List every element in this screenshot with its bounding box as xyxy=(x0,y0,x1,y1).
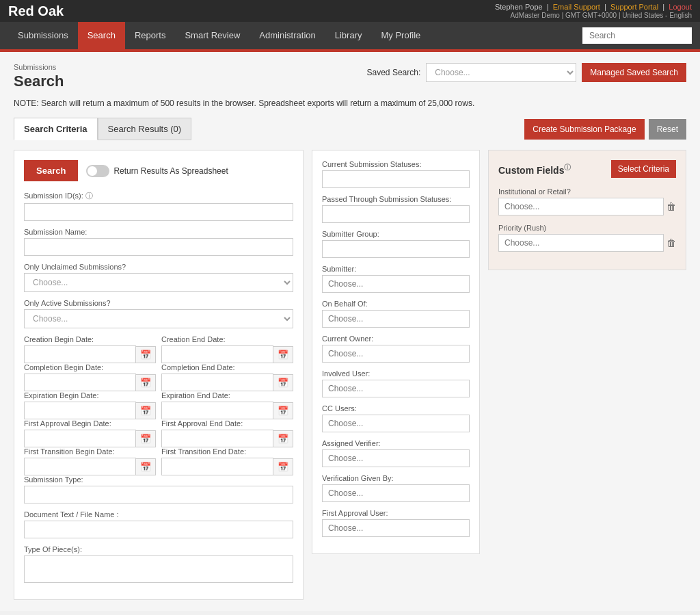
only-active-label: Only Active Submissions? xyxy=(24,299,293,307)
priority-rush-input[interactable] xyxy=(498,234,664,252)
custom-fields-panel: Custom Fieldsⓘ Select Criteria Instituti… xyxy=(488,150,686,270)
email-support-link[interactable]: Email Support xyxy=(553,3,600,11)
first-transition-end-wrap: 📅 xyxy=(161,458,293,475)
first-approval-end-wrap: 📅 xyxy=(161,430,293,447)
passed-through-input[interactable] xyxy=(322,205,470,223)
title-section: Submissions Search xyxy=(14,63,64,90)
creation-begin-calendar-icon[interactable]: 📅 xyxy=(136,346,156,363)
completion-end-group: Completion End Date: 📅 xyxy=(161,363,293,391)
completion-begin-calendar-icon[interactable]: 📅 xyxy=(136,374,156,391)
expiration-end-input[interactable] xyxy=(161,402,273,419)
completion-end-calendar-icon[interactable]: 📅 xyxy=(273,374,293,391)
saved-search-select[interactable]: Choose... xyxy=(426,63,576,82)
cc-users-input[interactable] xyxy=(322,415,470,432)
select-criteria-button[interactable]: Select Criteria xyxy=(611,160,676,178)
submitter-group-input[interactable] xyxy=(322,240,470,258)
col-right: Custom Fieldsⓘ Select Criteria Instituti… xyxy=(488,150,686,600)
institutional-retail-delete-icon[interactable]: 🗑 xyxy=(667,201,676,212)
create-submission-package-button[interactable]: Create Submission Package xyxy=(524,119,644,140)
involved-user-input[interactable] xyxy=(322,380,470,397)
reset-button[interactable]: Reset xyxy=(649,119,686,140)
search-panel: Search Return Results As Spreadsheet Sub… xyxy=(14,150,304,600)
submission-ids-group: Submission ID(s): ⓘ xyxy=(24,191,293,221)
type-of-pieces-group: Type Of Piece(s): xyxy=(24,545,293,583)
submission-type-input[interactable] xyxy=(24,486,293,503)
saved-search-section: Saved Search: Choose... Managed Saved Se… xyxy=(367,63,686,82)
expiration-begin-input[interactable] xyxy=(24,402,136,419)
toggle-knob xyxy=(88,166,97,176)
submission-type-label: Submission Type: xyxy=(24,475,293,484)
verification-given-by-input[interactable] xyxy=(322,484,470,502)
current-owner-input[interactable] xyxy=(322,345,470,363)
first-transition-date-row: First Transition Begin Date: 📅 First Tra… xyxy=(24,447,293,475)
managed-saved-search-button[interactable]: Managed Saved Search xyxy=(582,63,686,82)
completion-end-label: Completion End Date: xyxy=(161,363,293,371)
first-approval-end-input[interactable] xyxy=(161,430,273,447)
page-content: Submissions Search Saved Search: Choose.… xyxy=(0,52,700,611)
nav-search[interactable]: Search xyxy=(78,22,125,49)
first-approval-end-calendar-icon[interactable]: 📅 xyxy=(273,430,293,447)
creation-end-input[interactable] xyxy=(161,345,273,363)
on-behalf-of-input[interactable] xyxy=(322,310,470,328)
assigned-verifier-input[interactable] xyxy=(322,449,470,467)
first-approval-user-input[interactable] xyxy=(322,519,470,537)
passed-through-label: Passed Through Submission Statuses: xyxy=(322,195,470,203)
completion-begin-input[interactable] xyxy=(24,374,136,391)
first-transition-begin-calendar-icon[interactable]: 📅 xyxy=(136,458,156,475)
submission-ids-label: Submission ID(s): ⓘ xyxy=(24,191,293,201)
toggle-text: Return Results As Spreadsheet xyxy=(113,166,228,176)
logout-link[interactable]: Logout xyxy=(669,3,692,11)
first-transition-end-calendar-icon[interactable]: 📅 xyxy=(273,458,293,475)
custom-fields-help-icon[interactable]: ⓘ xyxy=(564,163,571,171)
only-active-group: Only Active Submissions? Choose... xyxy=(24,299,293,328)
type-of-pieces-input[interactable] xyxy=(24,555,293,583)
first-approval-user-group: First Approval User: xyxy=(322,509,470,537)
submission-ids-input[interactable] xyxy=(24,203,293,221)
creation-end-group: Creation End Date: 📅 xyxy=(161,335,293,363)
submitter-label: Submitter: xyxy=(322,265,470,273)
only-unclaimed-select[interactable]: Choose... xyxy=(24,273,293,292)
nav-reports[interactable]: Reports xyxy=(125,22,176,49)
completion-end-input[interactable] xyxy=(161,374,273,391)
cc-users-label: CC Users: xyxy=(322,404,470,413)
passed-through-group: Passed Through Submission Statuses: xyxy=(322,195,470,223)
tab-search-results[interactable]: Search Results (0) xyxy=(98,118,192,140)
nav-library[interactable]: Library xyxy=(325,22,372,49)
spreadsheet-toggle[interactable] xyxy=(86,165,109,177)
first-transition-end-input[interactable] xyxy=(161,458,273,475)
creation-begin-input[interactable] xyxy=(24,345,136,363)
submitter-input[interactable] xyxy=(322,275,470,293)
creation-end-calendar-icon[interactable]: 📅 xyxy=(273,346,293,363)
current-owner-group: Current Owner: xyxy=(322,335,470,363)
completion-begin-label: Completion Begin Date: xyxy=(24,363,156,371)
first-transition-begin-input[interactable] xyxy=(24,458,136,475)
expiration-end-calendar-icon[interactable]: 📅 xyxy=(273,402,293,419)
first-approval-begin-input[interactable] xyxy=(24,430,136,447)
submission-name-input[interactable] xyxy=(24,238,293,256)
priority-rush-row: Priority (Rush) 🗑 xyxy=(498,224,676,252)
current-submission-statuses-input[interactable] xyxy=(322,170,470,188)
on-behalf-of-label: On Behalf Of: xyxy=(322,300,470,308)
nav-administration[interactable]: Administration xyxy=(250,22,325,49)
nav-smart-review[interactable]: Smart Review xyxy=(175,22,250,49)
nav-my-profile[interactable]: My Profile xyxy=(371,22,430,49)
support-portal-link[interactable]: Support Portal xyxy=(610,3,658,11)
username: Stephen Pope xyxy=(495,3,543,11)
first-transition-begin-wrap: 📅 xyxy=(24,458,156,475)
nav-submissions[interactable]: Submissions xyxy=(8,22,78,49)
only-active-select[interactable]: Choose... xyxy=(24,309,293,328)
search-button[interactable]: Search xyxy=(24,160,78,181)
institutional-retail-input[interactable] xyxy=(498,198,664,215)
first-approval-end-label: First Approval End Date: xyxy=(161,419,293,428)
first-approval-begin-calendar-icon[interactable]: 📅 xyxy=(136,430,156,447)
submission-ids-help-icon[interactable]: ⓘ xyxy=(85,192,93,200)
first-transition-begin-label: First Transition Begin Date: xyxy=(24,447,156,456)
expiration-begin-calendar-icon[interactable]: 📅 xyxy=(136,402,156,419)
assigned-verifier-group: Assigned Verifier: xyxy=(322,439,470,467)
priority-rush-delete-icon[interactable]: 🗑 xyxy=(667,237,676,248)
tab-search-criteria[interactable]: Search Criteria xyxy=(14,118,98,140)
involved-user-group: Involved User: xyxy=(322,369,470,397)
tab-actions: Create Submission Package Reset xyxy=(524,119,686,140)
nav-search-input[interactable] xyxy=(582,27,692,44)
doc-text-input[interactable] xyxy=(24,521,293,538)
